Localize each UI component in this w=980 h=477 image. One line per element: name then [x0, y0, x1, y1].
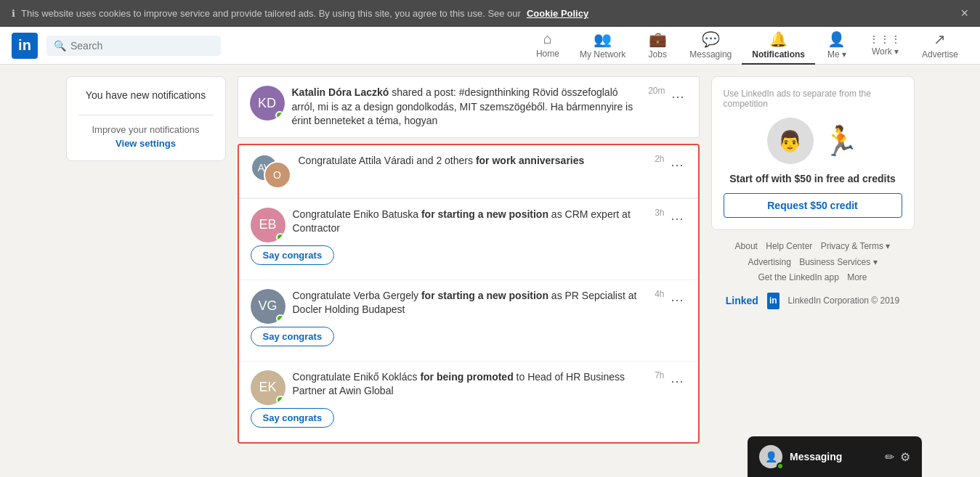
search-bar[interactable]: 🔍 — [46, 36, 221, 56]
avatar-double-2: O — [264, 161, 291, 189]
messaging-settings-icon[interactable]: ⚙ — [900, 450, 910, 455]
linkedin-footer: Linkedin LinkedIn Corporation © 2019 — [711, 292, 915, 310]
nav-items: ⌂ Home 👥 My Network 💼 Jobs 💬 Messaging 🔔… — [526, 27, 968, 65]
notif-bold-1: for work anniversaries — [476, 155, 584, 166]
footer-business-services[interactable]: Business Services ▾ — [799, 255, 877, 271]
footer-more[interactable]: More — [847, 272, 867, 282]
notif-anniversary[interactable]: AV O Congratulate Attila Váradi and 2 ot… — [239, 145, 698, 198]
notif-menu-3[interactable]: ⋯ — [668, 289, 687, 311]
notification-top: KD Katalin Dóra Laczkó shared a post: #d… — [238, 76, 700, 138]
advertise-label: Advertise — [922, 49, 958, 60]
footer-about[interactable]: About — [735, 241, 758, 251]
footer-copyright: LinkedIn Corporation © 2019 — [788, 293, 900, 309]
ad-cta-button[interactable]: Request $50 credit — [724, 193, 902, 218]
info-icon: ℹ — [12, 8, 15, 19]
notif-prefix-4: Congratulate Enikő Koklács — [293, 371, 421, 383]
notif-menu-1[interactable]: ⋯ — [668, 154, 687, 176]
footer-row-1: About Help Center Privacy & Terms ▾ — [711, 239, 915, 255]
nav-advertise[interactable]: ↗ Advertise — [912, 27, 968, 65]
footer-row-2: Advertising Business Services ▾ — [711, 255, 915, 271]
footer-row-3: Get the LinkedIn app More — [711, 270, 915, 286]
nav-notifications[interactable]: 🔔 Notifications — [742, 27, 815, 65]
jobs-label: Jobs — [649, 49, 667, 60]
notif-text-4: Congratulate Enikő Koklács for being pro… — [293, 370, 649, 399]
advertise-icon: ↗ — [934, 30, 946, 48]
say-congrats-button-2[interactable]: Say congrats — [251, 245, 335, 265]
notif-row-4: EK Congratulate Enikő Koklács for being … — [251, 370, 687, 405]
notif-menu-top[interactable]: ⋯ — [668, 86, 687, 107]
me-icon: 👤 — [827, 30, 846, 48]
notif-time-3: 4h — [655, 289, 664, 299]
avatar-double: AV O — [251, 154, 291, 189]
notif-menu-4[interactable]: ⋯ — [668, 370, 687, 392]
messaging-bar-avatar: 👤 — [759, 445, 782, 455]
notif-time-top: 20m — [648, 86, 665, 96]
footer-advertising[interactable]: Advertising — [748, 257, 790, 267]
footer-links: About Help Center Privacy & Terms ▾ Adve… — [711, 239, 915, 310]
work-label: Work ▾ — [872, 46, 899, 57]
notif-bold-2: for starting a new position — [421, 208, 548, 220]
say-congrats-button-3[interactable]: Say congrats — [251, 327, 335, 346]
search-input[interactable] — [70, 40, 214, 52]
notif-row-top[interactable]: KD Katalin Dóra Laczkó shared a post: #d… — [238, 77, 699, 137]
notif-time-1: 2h — [655, 154, 664, 164]
highlighted-section: AV O Congratulate Attila Váradi and 2 ot… — [238, 144, 700, 444]
footer-get-app[interactable]: Get the LinkedIn app — [758, 272, 838, 282]
messaging-bar[interactable]: 👤 Messaging ✏ ⚙ — [748, 436, 922, 455]
avatar-koklacs: EK — [251, 370, 286, 405]
nav-my-network[interactable]: 👥 My Network — [570, 27, 636, 65]
notif-time-4: 7h — [655, 370, 664, 380]
my-network-label: My Network — [580, 49, 625, 60]
notif-time-2: 3h — [655, 208, 664, 218]
notif-row-3: VG Congratulate Verba Gergely for starti… — [251, 289, 687, 324]
view-settings-link[interactable]: View settings — [78, 138, 214, 149]
notif-menu-2[interactable]: ⋯ — [668, 208, 687, 229]
cookie-close-button[interactable]: × — [960, 6, 968, 21]
improve-notifications: Improve your notifications View settings — [78, 124, 214, 149]
online-indicator-verba — [276, 314, 285, 323]
notif-prefix-3: Congratulate Verba Gergely — [293, 290, 421, 301]
me-label: Me ▾ — [827, 49, 846, 60]
runner-icon: 🏃 — [822, 124, 859, 158]
avatar-eniko: EB — [251, 208, 286, 242]
left-sidebar: You have new notifications Improve your … — [66, 76, 226, 444]
ad-card: Use LinkedIn ads to separate from the co… — [711, 76, 915, 230]
cookie-banner: ℹ This website uses cookies to improve s… — [0, 0, 980, 27]
notif-name: Katalin Dóra Laczkó — [292, 86, 389, 98]
footer-privacy[interactable]: Privacy & Terms ▾ — [821, 239, 891, 255]
main-content: KD Katalin Dóra Laczkó shared a post: #d… — [238, 76, 700, 444]
notif-text-2: Congratulate Eniko Batuska for starting … — [293, 208, 649, 236]
right-sidebar: Use LinkedIn ads to separate from the co… — [711, 76, 915, 444]
say-congrats-button-4[interactable]: Say congrats — [251, 408, 335, 428]
nav-jobs[interactable]: 💼 Jobs — [636, 27, 679, 65]
avatar-katalin: KD — [250, 86, 285, 121]
nav-messaging[interactable]: 💬 Messaging — [679, 27, 742, 65]
nav-me[interactable]: 👤 Me ▾ — [815, 27, 859, 65]
ad-header: Use LinkedIn ads to separate from the co… — [724, 89, 902, 109]
ad-avatar: 👨 — [767, 118, 814, 164]
linkedin-in-badge: in — [767, 293, 779, 310]
footer-help[interactable]: Help Center — [766, 241, 812, 251]
ad-title: Start off with $50 in free ad credits — [724, 173, 902, 184]
nav-work[interactable]: ⋮⋮⋮ Work ▾ — [859, 27, 912, 65]
messaging-compose-icon[interactable]: ✏ — [885, 450, 894, 455]
notif-bold-4: for being promoted — [420, 371, 513, 383]
cookie-policy-link[interactable]: Cookie Policy — [527, 8, 588, 19]
home-icon: ⌂ — [543, 30, 552, 47]
notif-text-3: Congratulate Verba Gergely for starting … — [293, 289, 649, 317]
linkedin-logo[interactable]: in — [12, 33, 38, 59]
network-icon: 👥 — [594, 30, 612, 48]
notif-prefix-1: Congratulate Attila Váradi and 2 others — [299, 155, 476, 166]
new-notifications-text: You have new notifications — [78, 89, 214, 103]
notif-eniko-koklacs: EK Congratulate Enikő Koklács for being … — [239, 362, 698, 442]
notifications-label: Notifications — [752, 49, 805, 60]
ad-hero: 👨 🏃 — [724, 118, 902, 164]
cookie-banner-text: ℹ This website uses cookies to improve s… — [12, 8, 588, 19]
online-indicator-eniko — [276, 233, 285, 242]
messaging-icon: 💬 — [702, 30, 720, 48]
messaging-bar-icons: ✏ ⚙ — [885, 450, 910, 455]
messaging-bar-label: Messaging — [790, 451, 878, 455]
nav-home[interactable]: ⌂ Home — [526, 27, 570, 65]
notifications-icon: 🔔 — [769, 30, 787, 48]
improve-text: Improve your notifications — [92, 124, 199, 135]
